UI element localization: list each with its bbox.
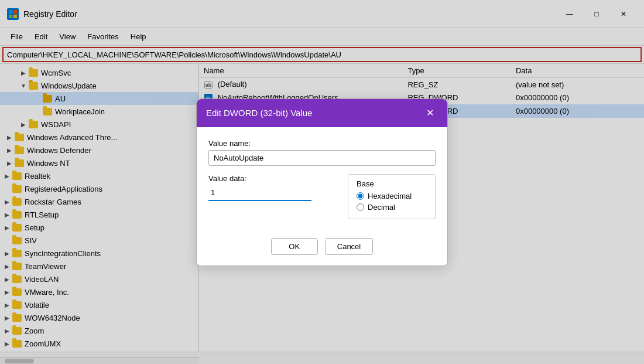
value-data-left: Value data: [208, 174, 338, 201]
dialog-close-button[interactable]: ✕ [422, 105, 438, 121]
value-name-input[interactable] [208, 150, 436, 166]
radio-dec-text: Decimal [368, 203, 395, 212]
dialog-title: Edit DWORD (32-bit) Value [206, 108, 312, 118]
value-data-input[interactable] [208, 185, 311, 201]
radio-decimal[interactable] [357, 203, 364, 211]
radio-hexadecimal[interactable] [357, 192, 364, 200]
value-name-label: Value name: [208, 139, 436, 148]
edit-dword-dialog: Edit DWORD (32-bit) Value ✕ Value name: … [196, 98, 448, 266]
radio-hex-text: Hexadecimal [368, 192, 412, 200]
value-name-section: Value name: [208, 139, 436, 174]
base-group: Base Hexadecimal Decimal [348, 174, 436, 219]
value-data-section: Value data: Base Hexadecimal Decimal [208, 174, 436, 219]
dialog-overlay: Edit DWORD (32-bit) Value ✕ Value name: … [0, 0, 644, 364]
dialog-footer: OK Cancel [197, 238, 447, 266]
ok-button[interactable]: OK [271, 238, 318, 255]
radio-dec-label[interactable]: Decimal [357, 203, 427, 212]
dialog-body: Value name: Value data: Base Hexadecimal [197, 127, 447, 238]
radio-hex-label[interactable]: Hexadecimal [357, 192, 427, 200]
cancel-button[interactable]: Cancel [325, 238, 373, 255]
dialog-titlebar: Edit DWORD (32-bit) Value ✕ [197, 99, 447, 127]
value-data-label: Value data: [208, 174, 338, 183]
base-group-title: Base [357, 179, 427, 188]
